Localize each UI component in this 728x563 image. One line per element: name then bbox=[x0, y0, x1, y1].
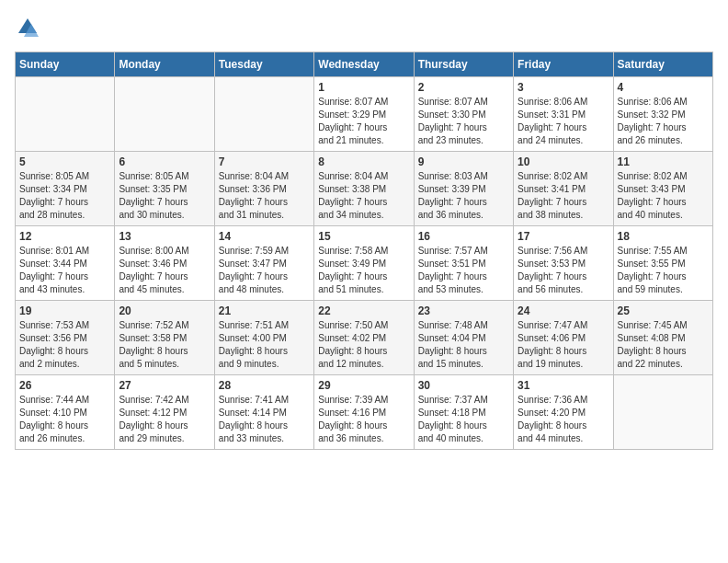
header-saturday: Saturday bbox=[613, 52, 712, 77]
table-row: 16Sunrise: 7:57 AM Sunset: 3:51 PM Dayli… bbox=[414, 226, 513, 301]
day-info: Sunrise: 7:41 AM Sunset: 4:14 PM Dayligh… bbox=[219, 394, 310, 445]
day-info: Sunrise: 7:37 AM Sunset: 4:18 PM Dayligh… bbox=[418, 394, 509, 445]
table-row: 13Sunrise: 8:00 AM Sunset: 3:46 PM Dayli… bbox=[115, 226, 214, 301]
table-row: 3Sunrise: 8:06 AM Sunset: 3:31 PM Daylig… bbox=[514, 77, 613, 152]
table-row bbox=[115, 77, 214, 152]
table-row: 12Sunrise: 8:01 AM Sunset: 3:44 PM Dayli… bbox=[16, 226, 115, 301]
day-number: 14 bbox=[219, 230, 310, 243]
day-number: 9 bbox=[418, 155, 509, 168]
header-tuesday: Tuesday bbox=[214, 52, 313, 77]
table-row: 15Sunrise: 7:58 AM Sunset: 3:49 PM Dayli… bbox=[314, 226, 414, 301]
day-number: 28 bbox=[219, 379, 310, 392]
table-row: 9Sunrise: 8:03 AM Sunset: 3:39 PM Daylig… bbox=[414, 152, 513, 226]
table-row: 28Sunrise: 7:41 AM Sunset: 4:14 PM Dayli… bbox=[214, 375, 313, 450]
table-row: 5Sunrise: 8:05 AM Sunset: 3:34 PM Daylig… bbox=[16, 152, 115, 226]
table-row: 20Sunrise: 7:52 AM Sunset: 3:58 PM Dayli… bbox=[115, 301, 214, 375]
table-row: 21Sunrise: 7:51 AM Sunset: 4:00 PM Dayli… bbox=[214, 301, 313, 375]
table-row: 1Sunrise: 8:07 AM Sunset: 3:29 PM Daylig… bbox=[314, 77, 414, 152]
day-info: Sunrise: 8:04 AM Sunset: 3:38 PM Dayligh… bbox=[318, 170, 409, 222]
page-header bbox=[15, 15, 713, 40]
header-sunday: Sunday bbox=[16, 52, 115, 77]
table-row: 25Sunrise: 7:45 AM Sunset: 4:08 PM Dayli… bbox=[613, 301, 712, 375]
week-row-2: 5Sunrise: 8:05 AM Sunset: 3:34 PM Daylig… bbox=[16, 152, 713, 226]
day-info: Sunrise: 7:53 AM Sunset: 3:56 PM Dayligh… bbox=[19, 319, 110, 371]
day-info: Sunrise: 7:58 AM Sunset: 3:49 PM Dayligh… bbox=[318, 245, 409, 296]
calendar-header: SundayMondayTuesdayWednesdayThursdayFrid… bbox=[16, 52, 713, 77]
week-row-3: 12Sunrise: 8:01 AM Sunset: 3:44 PM Dayli… bbox=[16, 226, 713, 301]
header-row: SundayMondayTuesdayWednesdayThursdayFrid… bbox=[16, 52, 713, 77]
day-info: Sunrise: 7:48 AM Sunset: 4:04 PM Dayligh… bbox=[418, 319, 509, 371]
table-row: 11Sunrise: 8:02 AM Sunset: 3:43 PM Dayli… bbox=[613, 152, 712, 226]
header-wednesday: Wednesday bbox=[314, 52, 414, 77]
table-row: 26Sunrise: 7:44 AM Sunset: 4:10 PM Dayli… bbox=[16, 375, 115, 450]
day-info: Sunrise: 7:55 AM Sunset: 3:55 PM Dayligh… bbox=[618, 245, 709, 296]
day-number: 30 bbox=[418, 379, 509, 392]
week-row-5: 26Sunrise: 7:44 AM Sunset: 4:10 PM Dayli… bbox=[16, 375, 713, 450]
day-info: Sunrise: 8:05 AM Sunset: 3:34 PM Dayligh… bbox=[19, 170, 110, 222]
day-number: 1 bbox=[318, 81, 409, 94]
logo-icon bbox=[15, 15, 40, 40]
day-info: Sunrise: 7:52 AM Sunset: 3:58 PM Dayligh… bbox=[119, 319, 210, 371]
day-number: 16 bbox=[418, 230, 509, 243]
table-row: 31Sunrise: 7:36 AM Sunset: 4:20 PM Dayli… bbox=[514, 375, 613, 450]
table-row: 24Sunrise: 7:47 AM Sunset: 4:06 PM Dayli… bbox=[514, 301, 613, 375]
day-number: 15 bbox=[318, 230, 409, 243]
day-number: 13 bbox=[119, 230, 210, 243]
calendar-table: SundayMondayTuesdayWednesdayThursdayFrid… bbox=[15, 52, 713, 450]
table-row: 18Sunrise: 7:55 AM Sunset: 3:55 PM Dayli… bbox=[613, 226, 712, 301]
week-row-4: 19Sunrise: 7:53 AM Sunset: 3:56 PM Dayli… bbox=[16, 301, 713, 375]
day-info: Sunrise: 7:44 AM Sunset: 4:10 PM Dayligh… bbox=[19, 394, 110, 445]
table-row: 10Sunrise: 8:02 AM Sunset: 3:41 PM Dayli… bbox=[514, 152, 613, 226]
day-info: Sunrise: 7:59 AM Sunset: 3:47 PM Dayligh… bbox=[219, 245, 310, 296]
day-info: Sunrise: 8:02 AM Sunset: 3:41 PM Dayligh… bbox=[518, 170, 609, 222]
day-number: 27 bbox=[119, 379, 210, 392]
day-info: Sunrise: 8:05 AM Sunset: 3:35 PM Dayligh… bbox=[119, 170, 210, 222]
day-number: 24 bbox=[518, 304, 609, 317]
day-info: Sunrise: 8:06 AM Sunset: 3:31 PM Dayligh… bbox=[518, 96, 609, 147]
day-number: 10 bbox=[518, 155, 609, 168]
day-number: 8 bbox=[318, 155, 409, 168]
table-row: 4Sunrise: 8:06 AM Sunset: 3:32 PM Daylig… bbox=[613, 77, 712, 152]
table-row: 7Sunrise: 8:04 AM Sunset: 3:36 PM Daylig… bbox=[214, 152, 313, 226]
day-info: Sunrise: 7:42 AM Sunset: 4:12 PM Dayligh… bbox=[119, 394, 210, 445]
day-number: 19 bbox=[19, 304, 110, 317]
header-thursday: Thursday bbox=[414, 52, 513, 77]
table-row: 29Sunrise: 7:39 AM Sunset: 4:16 PM Dayli… bbox=[314, 375, 414, 450]
table-row: 14Sunrise: 7:59 AM Sunset: 3:47 PM Dayli… bbox=[214, 226, 313, 301]
day-info: Sunrise: 7:36 AM Sunset: 4:20 PM Dayligh… bbox=[518, 394, 609, 445]
day-info: Sunrise: 8:00 AM Sunset: 3:46 PM Dayligh… bbox=[119, 245, 210, 296]
day-info: Sunrise: 7:56 AM Sunset: 3:53 PM Dayligh… bbox=[518, 245, 609, 296]
table-row bbox=[214, 77, 313, 152]
table-row: 23Sunrise: 7:48 AM Sunset: 4:04 PM Dayli… bbox=[414, 301, 513, 375]
day-number: 23 bbox=[418, 304, 509, 317]
day-number: 6 bbox=[119, 155, 210, 168]
header-monday: Monday bbox=[115, 52, 214, 77]
day-number: 25 bbox=[618, 304, 709, 317]
day-number: 18 bbox=[618, 230, 709, 243]
day-number: 3 bbox=[518, 81, 609, 94]
logo bbox=[15, 15, 44, 40]
day-info: Sunrise: 7:47 AM Sunset: 4:06 PM Dayligh… bbox=[518, 319, 609, 371]
day-info: Sunrise: 7:50 AM Sunset: 4:02 PM Dayligh… bbox=[318, 319, 409, 371]
day-number: 31 bbox=[518, 379, 609, 392]
day-number: 7 bbox=[219, 155, 310, 168]
table-row: 8Sunrise: 8:04 AM Sunset: 3:38 PM Daylig… bbox=[314, 152, 414, 226]
calendar-body: 1Sunrise: 8:07 AM Sunset: 3:29 PM Daylig… bbox=[16, 77, 713, 450]
day-number: 12 bbox=[19, 230, 110, 243]
day-info: Sunrise: 7:51 AM Sunset: 4:00 PM Dayligh… bbox=[219, 319, 310, 371]
day-number: 21 bbox=[219, 304, 310, 317]
week-row-1: 1Sunrise: 8:07 AM Sunset: 3:29 PM Daylig… bbox=[16, 77, 713, 152]
table-row: 30Sunrise: 7:37 AM Sunset: 4:18 PM Dayli… bbox=[414, 375, 513, 450]
day-number: 26 bbox=[19, 379, 110, 392]
table-row bbox=[613, 375, 712, 450]
day-number: 2 bbox=[418, 81, 509, 94]
table-row: 27Sunrise: 7:42 AM Sunset: 4:12 PM Dayli… bbox=[115, 375, 214, 450]
table-row: 17Sunrise: 7:56 AM Sunset: 3:53 PM Dayli… bbox=[514, 226, 613, 301]
table-row bbox=[16, 77, 115, 152]
day-info: Sunrise: 8:02 AM Sunset: 3:43 PM Dayligh… bbox=[618, 170, 709, 222]
day-info: Sunrise: 8:06 AM Sunset: 3:32 PM Dayligh… bbox=[618, 96, 709, 147]
day-info: Sunrise: 8:03 AM Sunset: 3:39 PM Dayligh… bbox=[418, 170, 509, 222]
day-number: 17 bbox=[518, 230, 609, 243]
header-friday: Friday bbox=[514, 52, 613, 77]
day-info: Sunrise: 8:07 AM Sunset: 3:30 PM Dayligh… bbox=[418, 96, 509, 147]
